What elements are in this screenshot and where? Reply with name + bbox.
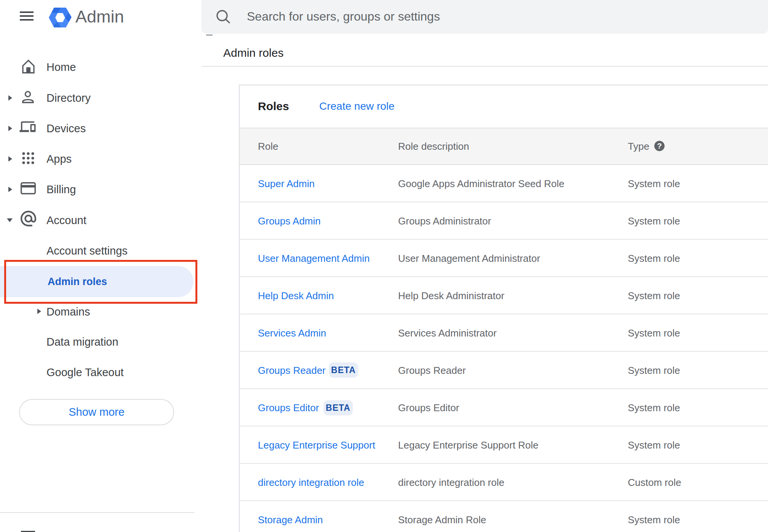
svg-text:?: ? [657,141,662,150]
